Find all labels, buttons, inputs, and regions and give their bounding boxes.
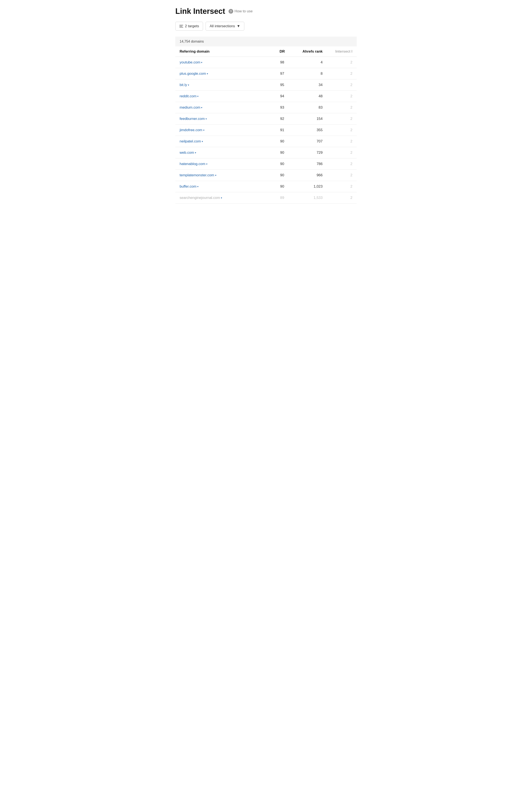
domain-cell: youtube.com ▾: [179, 60, 271, 65]
table-row: web.com ▾ 90 729 2: [175, 147, 357, 159]
table-row: templatemonster.com ▾ 90 966 2: [175, 170, 357, 181]
domain-dropdown-arrow[interactable]: ▾: [197, 185, 198, 188]
table-row: plus.google.com ▾ 97 8 2: [175, 68, 357, 79]
dr-cell: 89: [271, 196, 293, 200]
domain-link[interactable]: reddit.com ▾: [179, 94, 271, 98]
domain-text: templatemonster.com: [179, 173, 214, 177]
intersect-cell: 2: [327, 72, 353, 76]
domain-link[interactable]: jimdofree.com ▾: [179, 128, 271, 132]
targets-label: 2 targets: [185, 24, 199, 28]
col-ahrefs-rank: Ahrefs rank: [293, 50, 327, 54]
domain-cell: hatenablog.com ▾: [179, 162, 271, 166]
domain-text: plus.google.com: [179, 72, 206, 76]
dr-cell: 94: [271, 94, 293, 98]
intersect-cell: 2: [327, 139, 353, 144]
domain-dropdown-arrow[interactable]: ▾: [202, 140, 203, 143]
intersect-cell: 2: [327, 184, 353, 189]
domain-dropdown-arrow[interactable]: ▾: [206, 163, 208, 165]
domain-text: youtube.com: [179, 60, 200, 65]
intersect-cell: 2: [327, 150, 353, 155]
col-intersect: Intersect l: [327, 50, 353, 54]
page-title: Link Intersect: [175, 7, 225, 16]
domain-text: hatenablog.com: [179, 162, 205, 166]
domain-text: reddit.com: [179, 94, 196, 98]
domain-text: bit.ly: [179, 83, 187, 87]
domain-link[interactable]: templatemonster.com ▾: [179, 173, 271, 177]
domain-text: jimdofree.com: [179, 128, 202, 132]
domain-dropdown-arrow[interactable]: ▾: [197, 95, 198, 98]
domain-link[interactable]: youtube.com ▾: [179, 60, 271, 65]
domain-dropdown-arrow[interactable]: ▾: [207, 72, 208, 75]
domain-dropdown-arrow[interactable]: ▾: [221, 197, 222, 199]
domain-dropdown-arrow[interactable]: ▾: [215, 174, 216, 177]
summary-bar: 14,754 domains: [175, 37, 357, 47]
domain-dropdown-arrow[interactable]: ▾: [203, 129, 205, 132]
domain-link[interactable]: web.com ▾: [179, 150, 271, 155]
domain-cell: searchenginejournal.com ▾: [179, 196, 271, 200]
how-to-use-label: How to use: [234, 9, 252, 14]
dr-cell: 90: [271, 139, 293, 144]
domain-cell: reddit.com ▾: [179, 94, 271, 98]
domain-cell: jimdofree.com ▾: [179, 128, 271, 132]
intersect-cell: 2: [327, 83, 353, 87]
table-row: youtube.com ▾ 98 4 2: [175, 57, 357, 68]
domain-text: buffer.com: [179, 184, 196, 189]
dr-cell: 93: [271, 105, 293, 110]
table-row: neilpatel.com ▾ 90 707 2: [175, 136, 357, 147]
dr-cell: 98: [271, 60, 293, 65]
how-to-use-link[interactable]: ? How to use: [229, 9, 252, 14]
domain-dropdown-arrow[interactable]: ▾: [201, 61, 202, 64]
domain-cell: plus.google.com ▾: [179, 72, 271, 76]
col-dr: DR: [271, 50, 293, 54]
domains-count: 14,754 domains: [179, 40, 204, 43]
targets-button[interactable]: 2 targets: [175, 22, 203, 31]
rank-cell: 707: [293, 139, 327, 144]
rank-cell: 966: [293, 173, 327, 177]
domain-cell: web.com ▾: [179, 150, 271, 155]
rank-cell: 729: [293, 150, 327, 155]
domain-link[interactable]: medium.com ▾: [179, 105, 271, 110]
rank-cell: 4: [293, 60, 327, 65]
toolbar: 2 targets All intersections ▼: [175, 22, 357, 31]
domain-link[interactable]: feedburner.com ▾: [179, 117, 271, 121]
table-row: bit.ly ▾ 95 34 2: [175, 79, 357, 91]
domain-link[interactable]: plus.google.com ▾: [179, 72, 271, 76]
domain-text: feedburner.com: [179, 117, 205, 121]
intersect-cell: 2: [327, 94, 353, 98]
intersect-cell: 2: [327, 60, 353, 65]
help-icon: ?: [229, 9, 233, 14]
domain-dropdown-arrow[interactable]: ▾: [201, 106, 202, 109]
table-row: hatenablog.com ▾ 90 786 2: [175, 159, 357, 170]
domain-link[interactable]: neilpatel.com ▾: [179, 139, 271, 144]
intersections-button[interactable]: All intersections ▼: [206, 22, 244, 31]
domain-dropdown-arrow[interactable]: ▾: [195, 151, 196, 154]
domain-link[interactable]: hatenablog.com ▾: [179, 162, 271, 166]
dr-cell: 97: [271, 72, 293, 76]
rank-cell: 355: [293, 128, 327, 132]
intersections-dropdown-arrow: ▼: [236, 24, 240, 28]
col-referring-domain: Referring domain: [179, 50, 271, 54]
intersect-cell: 2: [327, 117, 353, 121]
table-row: searchenginejournal.com ▾ 89 1,533 2: [175, 192, 357, 204]
domain-dropdown-arrow[interactable]: ▾: [188, 84, 189, 87]
intersect-cell: 2: [327, 173, 353, 177]
intersect-cell: 2: [327, 162, 353, 166]
dr-cell: 95: [271, 83, 293, 87]
intersect-cell: 2: [327, 196, 353, 200]
domain-text: medium.com: [179, 105, 200, 110]
dr-cell: 90: [271, 173, 293, 177]
domain-link[interactable]: buffer.com ▾: [179, 184, 271, 189]
table-header: Referring domain DR Ahrefs rank Intersec…: [175, 47, 357, 57]
domain-dropdown-arrow[interactable]: ▾: [206, 117, 207, 120]
domain-cell: templatemonster.com ▾: [179, 173, 271, 177]
domain-link[interactable]: bit.ly ▾: [179, 83, 271, 87]
dr-cell: 90: [271, 150, 293, 155]
rank-cell: 48: [293, 94, 327, 98]
rank-cell: 83: [293, 105, 327, 110]
domain-link[interactable]: searchenginejournal.com ▾: [179, 196, 271, 200]
dr-cell: 91: [271, 128, 293, 132]
dr-cell: 90: [271, 162, 293, 166]
table-body: youtube.com ▾ 98 4 2 plus.google.com ▾ 9…: [175, 57, 357, 204]
intersect-cell: 2: [327, 105, 353, 110]
rank-cell: 786: [293, 162, 327, 166]
